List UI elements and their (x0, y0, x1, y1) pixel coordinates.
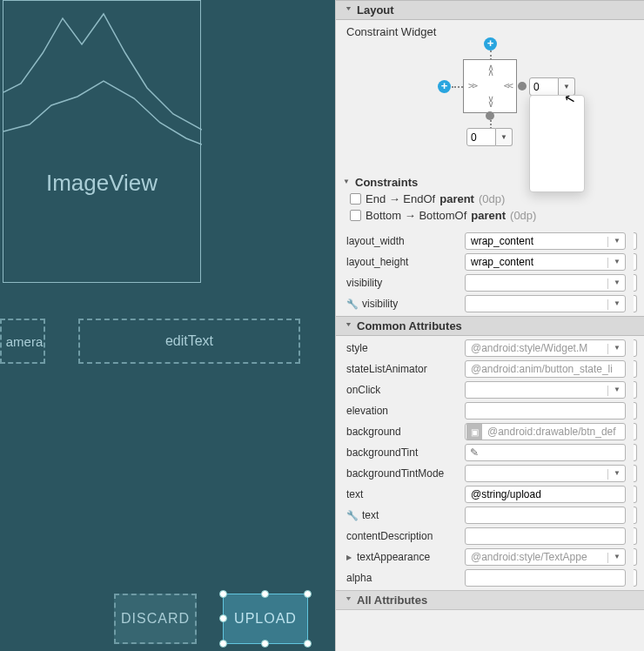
constraints-header[interactable]: Constraints (346, 172, 634, 191)
constraint-icon (350, 210, 361, 221)
tools-text-field[interactable] (465, 507, 626, 524)
chevron-down-icon: ∨∨ (488, 97, 493, 107)
edittext-widget[interactable]: editText (78, 319, 300, 364)
selection-handle[interactable] (304, 640, 312, 648)
selection-handle[interactable] (219, 640, 227, 648)
wrench-icon: 🔧 (346, 510, 359, 521)
background-field[interactable]: ▣ @android:drawable/btn_def (465, 423, 626, 440)
common-attributes-header[interactable]: Common Attributes (336, 316, 644, 336)
constraint-widget[interactable]: + + ∧∧ ∨∨ >> << ▼ ▼ ↖ (336, 42, 644, 172)
chevron-right-icon: >> (468, 84, 476, 89)
constraints-list: Constraints End → EndOf parent (0dp) Bot… (336, 172, 644, 229)
alpha-field[interactable] (465, 569, 626, 587)
bottom-margin-dropdown[interactable]: ▼ (496, 128, 513, 146)
discard-button-widget[interactable]: DISCARD (114, 594, 197, 644)
constraint-anchor-bottom[interactable] (486, 111, 494, 120)
tools-visibility-field[interactable] (465, 295, 626, 312)
layout-width-field[interactable]: wrap_content (465, 232, 626, 250)
constraint-inner-box: ∧∧ ∨∨ >> << (463, 59, 517, 113)
visibility-row: visibility (336, 272, 644, 293)
camera-button-widget[interactable]: amera (0, 319, 45, 364)
visibility-field[interactable] (465, 274, 626, 292)
text-field[interactable]: @string/upload (465, 486, 626, 503)
selection-handle[interactable] (304, 590, 312, 598)
selection-handle[interactable] (219, 614, 227, 622)
selection-handle[interactable] (261, 640, 269, 648)
upload-button-widget[interactable]: UPLOAD (223, 594, 308, 644)
bottom-margin-value[interactable] (466, 128, 496, 146)
contentdescription-field[interactable] (465, 527, 626, 545)
layout-width-row: layout_width wrap_content (336, 231, 644, 252)
statelistanimator-field[interactable]: @android:anim/button_state_li (465, 360, 626, 378)
style-field[interactable]: @android:style/Widget.M (465, 339, 626, 357)
elevation-field[interactable] (465, 402, 626, 419)
chevron-left-icon: << (504, 84, 512, 89)
tools-visibility-row: 🔧visibility (336, 293, 644, 314)
constraint-end-row[interactable]: End → EndOf parent (0dp) (346, 191, 634, 207)
textappearance-field[interactable]: @android:style/TextAppe (465, 548, 626, 566)
onclick-field[interactable] (465, 381, 626, 399)
layout-height-field[interactable]: wrap_content (465, 253, 626, 271)
selection-handle[interactable] (219, 590, 227, 598)
add-top-constraint-icon[interactable]: + (484, 37, 497, 50)
backgroundtint-field[interactable]: ✎ (465, 444, 626, 461)
backgroundtintmode-field[interactable] (465, 465, 626, 482)
layout-section-header[interactable]: Layout (336, 0, 644, 20)
attributes-panel: Layout Constraint Widget + + ∧∧ ∨∨ >> <<… (335, 0, 644, 651)
imageview-label: ImageView (46, 170, 158, 197)
constraint-bottom-row[interactable]: Bottom → BottomOf parent (0dp) (346, 207, 634, 224)
constraint-anchor-right[interactable] (518, 82, 527, 91)
add-left-constraint-icon[interactable]: + (438, 80, 451, 93)
chevron-up-icon: ∧∧ (488, 65, 493, 76)
bottom-margin-input[interactable]: ▼ (466, 128, 513, 146)
layout-height-row: layout_height wrap_content (336, 252, 644, 272)
wrench-icon: 🔧 (346, 299, 359, 310)
image-icon: ▣ (466, 424, 482, 440)
right-margin-value[interactable] (529, 77, 559, 96)
imageview-widget[interactable]: ImageView (3, 0, 201, 283)
all-attributes-header[interactable]: All Attributes (336, 590, 644, 610)
eyedropper-icon: ✎ (466, 446, 479, 459)
designer-canvas[interactable]: ImageView amera editText DISCARD UPLOAD (0, 0, 335, 651)
constraint-icon (350, 193, 361, 205)
expand-icon[interactable]: ▶ (346, 554, 352, 561)
selection-handle[interactable] (261, 590, 269, 598)
constraint-line (452, 86, 463, 88)
